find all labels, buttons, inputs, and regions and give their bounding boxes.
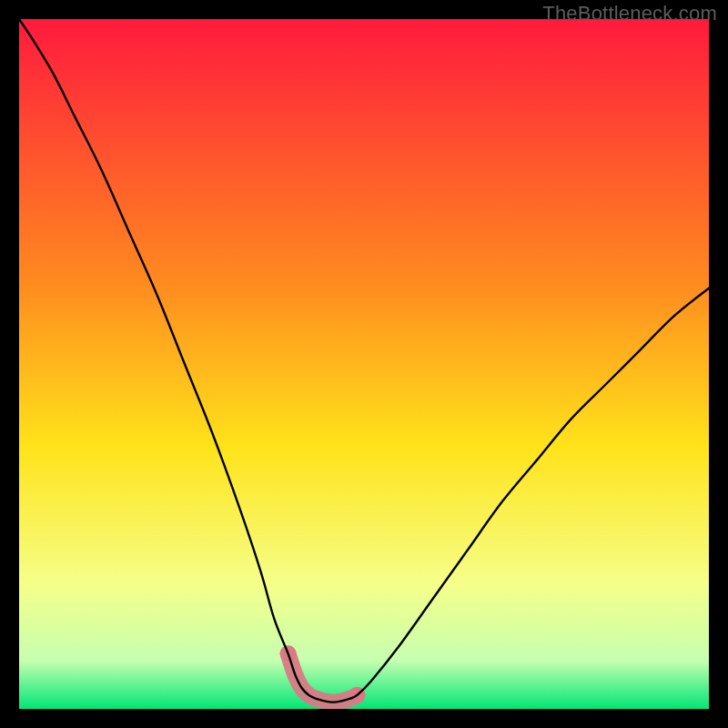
- bottleneck-curve: [19, 19, 709, 709]
- watermark-text: TheBottleneck.com: [542, 2, 717, 25]
- plot-area: [19, 19, 709, 709]
- svg-rect-0: [19, 19, 709, 709]
- chart-container: TheBottleneck.com: [0, 0, 728, 728]
